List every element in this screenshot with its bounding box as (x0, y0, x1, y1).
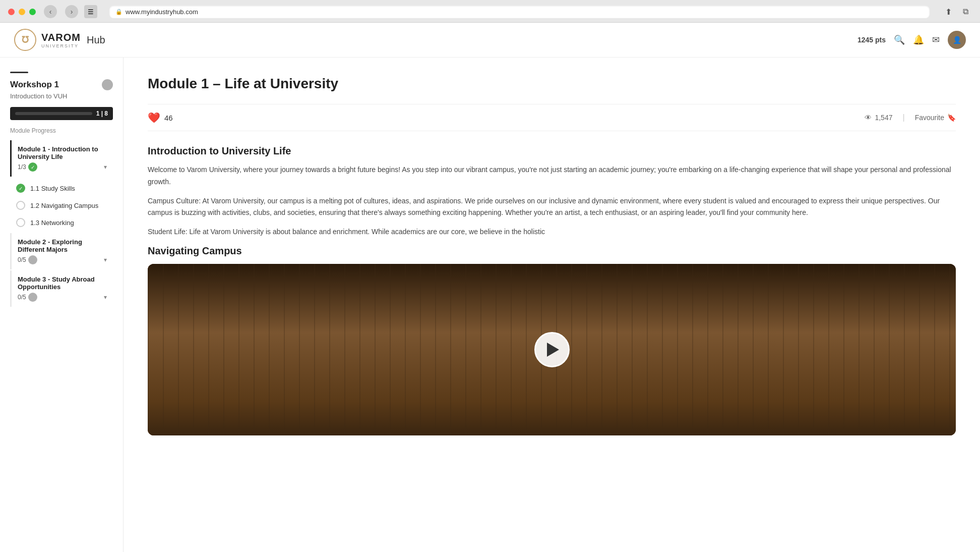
browser-chrome: ‹ › ☰ 🔒 www.myindustryhub.com ⬆ ⧉ (0, 0, 980, 23)
play-triangle-icon (547, 343, 559, 357)
address-bar[interactable]: 🔒 www.myindustryhub.com (109, 6, 930, 18)
logo-sub: UNIVERSITY (41, 43, 81, 48)
sub-item-study-skills[interactable]: ✓ 1.1 Study Skills (10, 180, 113, 197)
workshop-status-icon (102, 79, 113, 90)
section-1-p3: Student Life: Life at Varom University i… (148, 226, 956, 238)
module-main-title: Module 1 – Life at University (148, 76, 956, 92)
lock-icon: 🔒 (115, 9, 122, 15)
module-3-chevron-icon: ▾ (104, 294, 107, 301)
module-2-title: Module 2 - Exploring Different Majors (18, 238, 107, 253)
module-3-progress: 0/5 (18, 293, 37, 302)
share-button[interactable]: ⬆ (942, 5, 955, 18)
section-1-p2: Campus Culture: At Varom University, our… (148, 195, 956, 219)
module-item-1[interactable]: Module 1 - Introduction to University Li… (10, 140, 113, 177)
sub-item-networking[interactable]: 1.3 Networking (10, 214, 113, 231)
progress-text: 1 | 8 (96, 110, 108, 117)
traffic-light-green[interactable] (29, 9, 36, 15)
module-3-circle-icon (28, 293, 37, 302)
points-badge: 1245 pts (858, 36, 886, 44)
url-text: www.myindustryhub.com (126, 8, 198, 16)
sub-item-1-check-icon: ✓ (16, 184, 25, 193)
sub-item-3-circle-icon (16, 218, 25, 227)
traffic-light-red[interactable] (8, 9, 15, 15)
favourite-label: Favourite (915, 114, 944, 122)
main-layout: Workshop 1 Introduction to VUH 1 | 8 Mod… (0, 58, 980, 552)
workshop-subtitle: Introduction to VUH (10, 92, 113, 100)
module-1-progress: 1/3 ✓ (18, 162, 37, 172)
module-1-sub-items: ✓ 1.1 Study Skills 1.2 Navigating Campus… (10, 178, 113, 233)
header-right: 1245 pts 🔍 🔔 ✉ 👤 (858, 31, 966, 49)
back-button[interactable]: ‹ (44, 5, 57, 18)
module-1-chevron-icon: ▾ (104, 163, 107, 171)
header: Ʊ VAROM UNIVERSITY Hub 1245 pts 🔍 🔔 ✉ 👤 (0, 23, 980, 58)
workshop-title: Workshop 1 (10, 79, 113, 90)
views-count: 1,547 (875, 114, 892, 122)
progress-fill (15, 112, 92, 115)
logo-hub: Hub (87, 34, 105, 46)
sub-item-navigating[interactable]: 1.2 Navigating Campus (10, 197, 113, 214)
eye-icon: 👁 (865, 114, 872, 122)
logo-text: VAROM UNIVERSITY (41, 32, 81, 48)
sub-item-3-label: 1.3 Networking (30, 219, 74, 227)
video-container (148, 264, 956, 435)
main-content: Module 1 – Life at University ❤️ 46 👁 1,… (124, 58, 980, 552)
separator: | (902, 113, 904, 122)
heart-icon[interactable]: ❤️ (148, 112, 160, 124)
module-2-chevron-icon: ▾ (104, 256, 107, 263)
bookmark-icon: 🔖 (947, 114, 956, 122)
forward-button[interactable]: › (65, 5, 78, 18)
search-icon[interactable]: 🔍 (894, 34, 905, 45)
module-progress-label: Module Progress (10, 127, 113, 134)
sub-item-1-label: 1.1 Study Skills (30, 185, 75, 192)
section-2-title: Navigating Campus (148, 245, 956, 257)
tabs-button[interactable]: ⧉ (959, 5, 972, 18)
sub-item-2-circle-icon (16, 201, 25, 210)
sidebar-divider (10, 72, 28, 73)
logo-brand: VAROM (41, 32, 81, 43)
logo-icon: Ʊ (14, 29, 36, 51)
notifications-icon[interactable]: 🔔 (913, 34, 924, 45)
traffic-light-yellow[interactable] (19, 9, 25, 15)
module-item-3[interactable]: Module 3 - Study Abroad Opportunities 0/… (10, 270, 113, 307)
views-section: 👁 1,547 (865, 114, 892, 122)
logo: Ʊ VAROM UNIVERSITY Hub (14, 29, 105, 51)
right-engagement: 👁 1,547 | Favourite 🔖 (865, 113, 956, 122)
module-1-title: Module 1 - Introduction to University Li… (18, 145, 107, 160)
section-1-p1: Welcome to Varom University, where your … (148, 164, 956, 188)
module-item-2[interactable]: Module 2 - Exploring Different Majors 0/… (10, 233, 113, 269)
module-1-check-icon: ✓ (28, 162, 37, 172)
engagement-bar: ❤️ 46 👁 1,547 | Favourite 🔖 (148, 104, 956, 131)
video-background (148, 264, 956, 435)
sub-item-2-label: 1.2 Navigating Campus (30, 202, 98, 209)
favourite-button[interactable]: Favourite 🔖 (915, 114, 956, 122)
play-button[interactable] (534, 332, 570, 367)
mail-icon[interactable]: ✉ (932, 34, 940, 45)
like-section: ❤️ 46 (148, 112, 173, 124)
avatar[interactable]: 👤 (948, 31, 966, 49)
module-3-title: Module 3 - Study Abroad Opportunities (18, 275, 107, 291)
sidebar: Workshop 1 Introduction to VUH 1 | 8 Mod… (0, 58, 124, 552)
sidebar-toggle-button[interactable]: ☰ (84, 5, 97, 18)
app-container: Ʊ VAROM UNIVERSITY Hub 1245 pts 🔍 🔔 ✉ 👤 … (0, 23, 980, 552)
progress-bar: 1 | 8 (10, 107, 113, 120)
section-1-title: Introduction to University Life (148, 145, 956, 157)
module-2-progress: 0/5 (18, 255, 37, 264)
like-count: 46 (164, 114, 173, 122)
module-2-circle-icon (28, 255, 37, 264)
